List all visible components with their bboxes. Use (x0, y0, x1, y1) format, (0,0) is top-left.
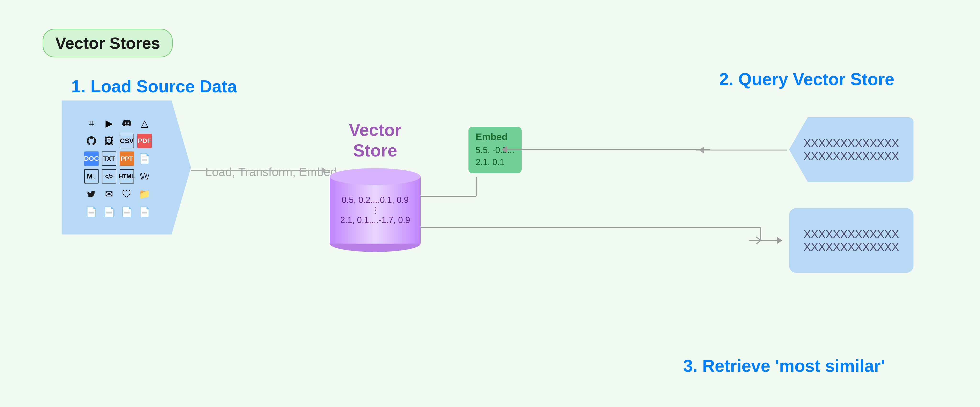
csv-icon: CSV (119, 134, 134, 148)
txt-icon: TXT (102, 151, 116, 166)
notion-icon: △ (137, 116, 152, 130)
source-data-box: ⌗ ▶ △ 🖼 CSV PDF DOC (62, 100, 191, 234)
pdf-icon: PDF (137, 134, 152, 148)
embed-label: Embed (476, 132, 514, 142)
folder-icon: 📁 (137, 187, 152, 201)
discord-icon (119, 116, 134, 130)
shield-icon: 🛡 (119, 187, 134, 201)
main-container: Vector Stores 1. Load Source Data 2. Que… (24, 14, 956, 393)
query-to-embed-arrow (696, 149, 787, 151)
embed-box: Embed 5.5, -0.3... 2.1, 0.1 (468, 127, 522, 173)
twitter-icon (84, 187, 99, 201)
markdown-icon: M↓ (84, 169, 99, 183)
cylinder: 0.5, 0.2....0.1, 0.9 ⋮ 2.1, 0.1....-1.7,… (330, 168, 421, 252)
result-box: XXXXXXXXXXXXX XXXXXXXXXXXXX (789, 208, 913, 273)
cylinder-top (330, 168, 421, 185)
diagram-area: 1. Load Source Data 2. Query Vector Stor… (43, 72, 937, 383)
file2-icon: 📄 (84, 205, 99, 219)
doc-icon: DOC (84, 151, 99, 166)
vector-store-container: Vector Store 0.5, 0.2....0.1, 0.9 ⋮ 2.1,… (330, 120, 421, 252)
file4-icon: 📄 (119, 205, 134, 219)
step2-label: 2. Query Vector Store (719, 69, 894, 89)
main-title: Vector Stores (55, 34, 160, 52)
wikipedia-icon: 𝕎 (137, 169, 152, 183)
step3-label: 3. Retrieve 'most similar' (683, 356, 885, 376)
query-box: XXXXXXXXXXXXX XXXXXXXXXXXXX (789, 117, 913, 182)
html-icon: HTML (119, 169, 134, 183)
title-badge: Vector Stores (43, 29, 173, 57)
result-text: XXXXXXXXXXXXX XXXXXXXXXXXXX (803, 227, 899, 253)
embed-values: 5.5, -0.3... 2.1, 0.1 (476, 144, 514, 169)
email-icon: ✉ (102, 187, 116, 201)
cylinder-body: 0.5, 0.2....0.1, 0.9 ⋮ 2.1, 0.1....-1.7,… (330, 176, 421, 243)
icon-grid: ⌗ ▶ △ 🖼 CSV PDF DOC (84, 116, 161, 219)
file3-icon: 📄 (102, 205, 116, 219)
github-icon (84, 134, 99, 148)
slack-icon: ⌗ (84, 116, 99, 130)
code-icon: </> (102, 169, 116, 183)
youtube-icon: ▶ (102, 116, 116, 130)
ppt-icon: PPT (119, 151, 134, 166)
vector-store-label: Vector Store (349, 120, 401, 161)
transform-arrow-label: Load, Transform, Embed (205, 165, 337, 179)
main-arrow (191, 170, 330, 171)
file-icon: 📄 (137, 151, 152, 166)
step1-label: 1. Load Source Data (71, 76, 237, 96)
file5-icon: 📄 (137, 205, 152, 219)
query-text: XXXXXXXXXXXXX XXXXXXXXXXXXX (792, 137, 911, 162)
image-icon: 🖼 (102, 134, 116, 148)
svg-marker-2 (777, 237, 783, 244)
cylinder-data: 0.5, 0.2....0.1, 0.9 ⋮ 2.1, 0.1....-1.7,… (340, 195, 410, 225)
